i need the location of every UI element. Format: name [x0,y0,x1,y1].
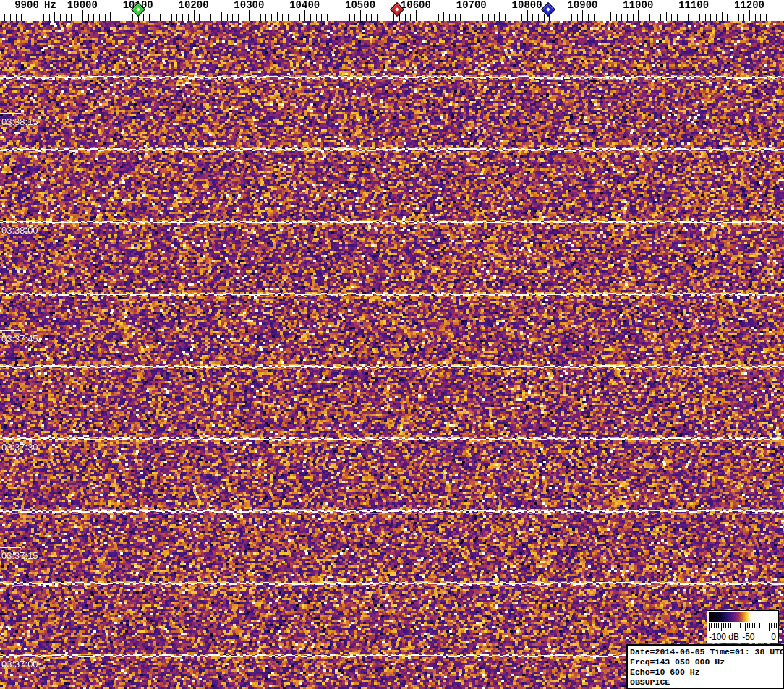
ruler-frequency-label: 10800 [512,0,542,10]
ruler-frequency-label: 10500 [345,0,375,10]
info-line-station: OBSUPICE [630,677,783,688]
ruler-frequency-label: 10900 [567,0,597,10]
time-label: 03:37:00 [1,659,38,669]
info-line-datetime: Date=2014-06-05 Time=01: 38 UTC [630,647,783,657]
time-label: 03:38:00 [1,226,38,235]
ruler-frequency-label: 10600 [401,0,431,10]
spectrogram-screen: Hz 9900100001010010200103001040010500106… [0,0,784,689]
ruler-frequency-label: 10200 [179,0,209,10]
ruler-frequency-label: 10400 [289,0,320,10]
time-label: 03:37:45 [1,334,38,343]
colorbar-ticks-canvas [709,623,777,632]
info-line-frequency: Freq=143 050 000 Hz [630,657,783,667]
ruler-frequency-label: 9900 [14,0,39,10]
ruler-unit-label: Hz [44,0,56,10]
colorbar-legend: -100 dB -50 0 [707,610,779,643]
observation-info-box: Date=2014-06-05 Time=01: 38 UTC Freq=143… [626,644,784,689]
colorbar-label-min: -100 dB [709,633,739,642]
ruler-frequency-label: 10700 [456,0,487,10]
info-line-echo: Echo=10 600 Hz [630,667,783,677]
frequency-ruler[interactable]: Hz 9900100001010010200103001040010500106… [0,0,784,21]
ruler-frequency-label: 10000 [67,0,98,10]
colorbar-label-mid: -50 [742,633,754,642]
colorbar-label-max: 0 [771,633,776,642]
ruler-frequency-label: 11000 [623,0,653,10]
ruler-frequency-label: 11100 [678,0,709,10]
marker-center-dot [136,7,140,12]
ruler-frequency-label: 10300 [234,0,264,10]
spectrogram-canvas[interactable] [0,21,784,689]
marker-center-dot [546,7,550,12]
time-label: 03:38:15 [1,117,38,127]
marker-center-dot [395,7,399,12]
time-label: 03:37:30 [1,442,38,452]
ruler-frequency-label: 11200 [734,0,764,10]
time-label: 03:37:15 [1,551,38,560]
colorbar-gradient [709,612,777,622]
